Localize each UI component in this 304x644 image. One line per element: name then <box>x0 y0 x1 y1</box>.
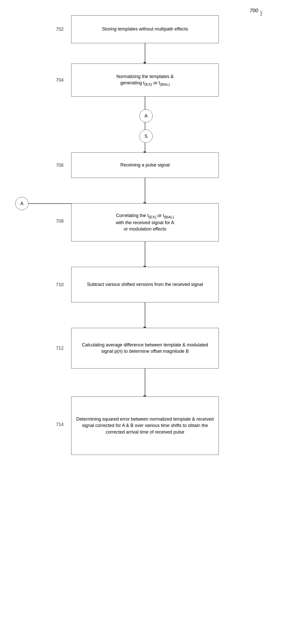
connector-5 <box>145 178 145 204</box>
block-702: Storing templates without multipath effe… <box>71 15 219 43</box>
label-704: 704 <box>56 78 64 83</box>
block-712: Calculating average difference between t… <box>71 328 219 369</box>
block-704: Normalizing the templates &generating t(… <box>71 64 219 97</box>
circle-a-top: A <box>139 109 153 122</box>
connector-side-a <box>28 203 71 204</box>
block-714-text: Determining squared error between normal… <box>76 416 214 435</box>
label-702: 702 <box>56 27 64 32</box>
block-706: Receiving a pulse signal <box>71 152 219 178</box>
label-712: 712 <box>56 346 64 351</box>
label-714: 714 <box>56 422 64 427</box>
label-710: 710 <box>56 282 64 287</box>
diagram-container: 700 } Storing templates without multipat… <box>0 0 304 644</box>
block-708-text: Correlating the t(EX) or t(BAL)with the … <box>116 212 174 232</box>
connector-7 <box>145 302 145 328</box>
block-712-text: Calculating average difference between t… <box>76 342 214 355</box>
diagram-ref: 700 <box>250 8 258 13</box>
circle-s: S <box>139 130 153 143</box>
connector-3 <box>145 122 145 130</box>
block-702-text: Storing templates without multipath effe… <box>102 26 188 32</box>
connector-2 <box>145 97 145 110</box>
ref-bracket: } <box>260 10 262 16</box>
block-706-text: Receiving a pulse signal <box>120 162 170 168</box>
circle-a-side: A <box>15 197 28 210</box>
connector-6 <box>145 241 145 267</box>
connector-8 <box>145 369 145 397</box>
block-704-text: Normalizing the templates &generating t(… <box>116 73 173 87</box>
label-706: 706 <box>56 163 64 168</box>
connector-1 <box>145 43 145 64</box>
block-714: Determining squared error between normal… <box>71 396 219 455</box>
block-710-text: Subtract various shifted versions from t… <box>87 281 203 288</box>
block-708: Correlating the t(EX) or t(BAL)with the … <box>71 203 219 241</box>
block-710: Subtract various shifted versions from t… <box>71 267 219 302</box>
label-708: 708 <box>56 219 64 224</box>
